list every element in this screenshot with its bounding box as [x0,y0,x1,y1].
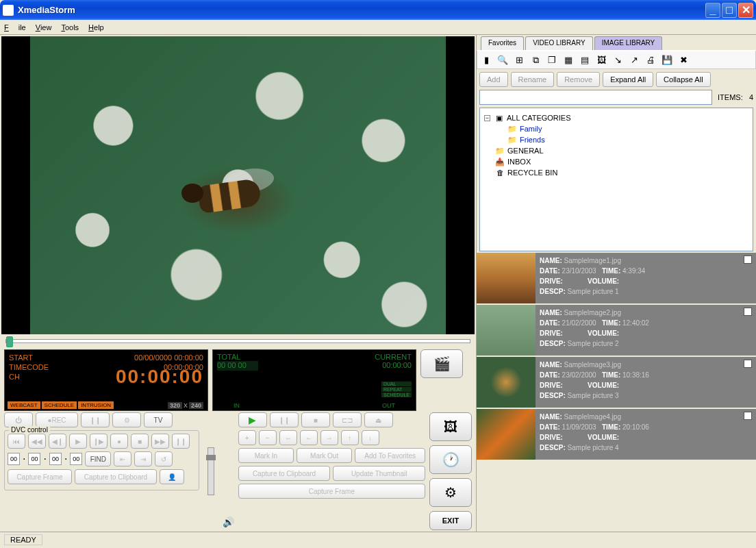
expand-all-button[interactable]: Expand All [603,72,653,87]
seek-slider[interactable] [1,334,475,348]
collapse-all-button[interactable]: Collapse All [656,72,710,87]
thumbnail-list[interactable]: NAME: SampleImage1.jpg DATE: 23/10/2003 … [477,253,756,532]
volume-slider[interactable] [207,447,214,495]
filter-input[interactable] [479,90,712,105]
dvc-rewind-button[interactable]: ⏮ [8,434,25,449]
capture-frame2-button[interactable]: Capture Frame [238,484,425,499]
dvc-back-button[interactable]: ◀◀ [28,434,46,449]
tree-general[interactable]: GENERAL [507,147,544,155]
capture-frame-button[interactable]: Capture Frame [8,469,72,484]
dvc-ex2-button[interactable]: ⇥ [134,451,152,466]
items-label: ITEMS: 4 [718,93,753,101]
list-item[interactable]: NAME: SampleImage3.jpg DATE: 23/02/2000 … [477,357,756,408]
item-checkbox[interactable] [744,308,752,316]
tree-icon[interactable]: ⊞ [513,54,525,66]
power-button[interactable]: ⏻ [4,412,33,427]
dvc-tc-0[interactable] [8,453,20,465]
zoom-out-button[interactable]: − [259,430,277,445]
maximize-button[interactable]: □ [722,3,737,18]
item-checkbox[interactable] [744,256,752,264]
expand-h-button[interactable]: ↔ [279,430,297,445]
dvc-ex1-button[interactable]: ⇤ [114,451,131,466]
menu-file[interactable]: File [4,23,26,32]
search-icon[interactable]: 🔍 [496,54,509,66]
grid2-icon[interactable]: ▤ [579,54,591,66]
dvc-pause-button[interactable]: ❙❙ [172,434,190,449]
dvc-fwd-button[interactable]: ▶▶ [151,434,169,449]
image-icon[interactable]: 🖼 [595,54,607,66]
tv-button[interactable]: TV [144,412,173,427]
prev-button[interactable]: ← [300,430,318,445]
stop-button[interactable]: ■ [301,412,330,427]
layers-icon[interactable]: ❐ [546,54,558,66]
add-favorites-button[interactable]: Add To Favorites [355,448,425,463]
tree-friends[interactable]: Friends [520,136,545,144]
copy-icon[interactable]: ⧉ [529,54,542,66]
menu-help[interactable]: Help [88,23,104,32]
tab-video-library[interactable]: VIDEO LIBRARY [525,36,593,50]
capture-clipboard-button[interactable]: Capture to Clipboard [75,469,157,484]
import-icon[interactable]: ↘ [612,54,624,66]
list-item[interactable]: NAME: SampleImage4.jpg DATE: 11/09/2003 … [477,409,756,460]
dvc-ex3-button[interactable]: ↺ [155,451,173,466]
item-checkbox[interactable] [744,360,752,368]
gear-button[interactable]: ⚙ [429,478,472,507]
pause-rec-button[interactable]: ❙❙ [81,412,110,427]
remove-button[interactable]: Remove [557,72,600,87]
tree-family[interactable]: Family [520,125,542,133]
dvc-record-button[interactable]: ● [110,434,128,449]
rec-button[interactable]: ● REC [36,412,78,427]
library-tabs: Favorites VIDEO LIBRARY IMAGE LIBRARY [477,35,756,50]
up-button[interactable]: ↑ [341,430,359,445]
menu-tools[interactable]: Tools [61,23,79,32]
mark-in-button[interactable]: Mark In [238,448,294,463]
settings-button[interactable]: ⚙ [112,412,141,427]
dvc-stepfwd-button[interactable]: ❙▶ [90,434,108,449]
dvc-play-button[interactable]: ▶ [69,434,87,449]
eject-button[interactable]: ⏏ [364,412,393,427]
list-item[interactable]: NAME: SampleImage2.jpg DATE: 21/02/2000 … [477,305,756,356]
tree-recycle[interactable]: RECYCLE BIN [507,169,557,177]
mark-out-button[interactable]: Mark Out [297,448,352,463]
update-thumbnail-button[interactable]: Update Thumbnail [333,466,425,481]
mark-button[interactable]: ⊏⊐ [333,412,362,427]
dvc-tc-3[interactable] [70,453,82,465]
tree-inbox[interactable]: INBOX [507,158,531,166]
find-button[interactable]: FIND [85,451,111,466]
rename-button[interactable]: Rename [511,72,555,87]
dvc-stepback-button[interactable]: ◀❙ [49,434,66,449]
down-button[interactable]: ↓ [362,430,379,445]
palette-icon[interactable]: ▮ [480,54,492,66]
video-mode-button[interactable]: 🎬 [420,349,463,378]
close-button[interactable]: ✕ [738,3,753,18]
tree-collapse-icon[interactable]: − [484,115,490,121]
menu-view[interactable]: View [36,23,52,32]
list-item[interactable]: NAME: SampleImage1.jpg DATE: 23/10/2003 … [477,253,756,303]
person-button[interactable]: 👤 [160,469,184,484]
clock-button[interactable]: 🕐 [429,445,472,474]
dvc-tc-1[interactable] [28,453,40,465]
print-icon[interactable]: 🖨 [644,54,657,66]
tab-image-library[interactable]: IMAGE LIBRARY [594,36,663,50]
save-icon[interactable]: 💾 [661,54,673,66]
thumbnail-image [477,305,536,356]
tab-favorites[interactable]: Favorites [481,36,524,50]
play-button[interactable]: ▶ [238,412,267,427]
dvc-tc-2[interactable] [49,453,62,465]
pause-button[interactable]: ❙❙ [270,412,299,427]
delete-icon[interactable]: ✖ [677,54,690,66]
item-checkbox[interactable] [744,412,752,420]
next-button[interactable]: → [320,430,338,445]
dvc-stop-button[interactable]: ■ [131,434,149,449]
exit-button[interactable]: EXIT [429,511,472,530]
badge-schedule: SCHEDULE [42,401,77,409]
zoom-in-button[interactable]: + [238,430,256,445]
image-mode-button[interactable]: 🖼 [429,412,472,441]
category-tree[interactable]: −▣ALL CATEGORIES 📁Family 📁Friends 📁GENER… [479,108,753,251]
add-button[interactable]: Add [479,72,508,87]
titlebar[interactable]: ◆ XmediaStorm _ □ ✕ [0,0,756,20]
capture-clipboard2-button[interactable]: Capture to Clipboard [238,466,331,481]
grid1-icon[interactable]: ▦ [562,54,575,66]
minimize-button[interactable]: _ [705,3,720,18]
export-icon[interactable]: ↗ [628,54,640,66]
